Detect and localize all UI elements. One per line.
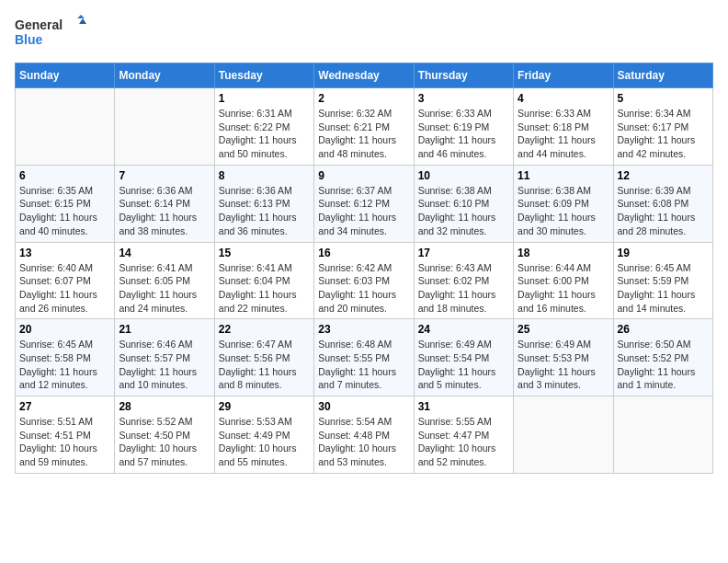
day-info: Sunrise: 6:36 AM Sunset: 6:13 PM Dayligh… <box>219 184 310 238</box>
day-number: 17 <box>418 247 509 259</box>
svg-marker-3 <box>79 18 86 24</box>
day-info: Sunrise: 6:37 AM Sunset: 6:12 PM Dayligh… <box>318 184 409 238</box>
day-number: 30 <box>318 400 409 413</box>
day-number: 5 <box>618 92 709 105</box>
day-info: Sunrise: 6:48 AM Sunset: 5:55 PM Dayligh… <box>318 338 409 392</box>
day-number: 4 <box>518 92 609 105</box>
day-number: 12 <box>618 169 709 182</box>
day-info: Sunrise: 6:41 AM Sunset: 6:04 PM Dayligh… <box>219 261 310 316</box>
day-info: Sunrise: 6:34 AM Sunset: 6:17 PM Dayligh… <box>618 107 709 161</box>
day-number: 3 <box>418 92 509 105</box>
calendar-cell: 15Sunrise: 6:41 AM Sunset: 6:04 PM Dayli… <box>214 242 313 319</box>
weekday-header-saturday: Saturday <box>613 63 712 88</box>
weekday-header-friday: Friday <box>514 63 613 88</box>
calendar-cell: 3Sunrise: 6:33 AM Sunset: 6:19 PM Daylig… <box>414 88 513 166</box>
day-info: Sunrise: 6:31 AM Sunset: 6:22 PM Dayligh… <box>219 107 310 161</box>
day-number: 24 <box>418 323 509 336</box>
calendar-cell: 22Sunrise: 6:47 AM Sunset: 5:56 PM Dayli… <box>214 319 313 396</box>
calendar-cell: 10Sunrise: 6:38 AM Sunset: 6:10 PM Dayli… <box>414 165 513 242</box>
day-info: Sunrise: 6:44 AM Sunset: 6:00 PM Dayligh… <box>518 261 609 316</box>
day-number: 13 <box>19 247 110 259</box>
day-info: Sunrise: 6:32 AM Sunset: 6:21 PM Dayligh… <box>318 107 409 161</box>
day-number: 21 <box>119 323 210 336</box>
day-number: 14 <box>119 247 210 259</box>
day-info: Sunrise: 6:36 AM Sunset: 6:14 PM Dayligh… <box>119 184 210 238</box>
calendar-cell: 4Sunrise: 6:33 AM Sunset: 6:18 PM Daylig… <box>514 88 613 166</box>
day-number: 11 <box>518 169 609 182</box>
svg-marker-2 <box>77 15 85 18</box>
calendar-cell: 19Sunrise: 6:45 AM Sunset: 5:59 PM Dayli… <box>613 242 712 319</box>
day-number: 10 <box>418 169 509 182</box>
day-number: 8 <box>219 169 310 182</box>
calendar-cell <box>514 396 613 474</box>
calendar-cell <box>16 88 115 166</box>
day-info: Sunrise: 6:39 AM Sunset: 6:08 PM Dayligh… <box>618 184 709 238</box>
calendar-cell: 27Sunrise: 5:51 AM Sunset: 4:51 PM Dayli… <box>16 396 115 474</box>
calendar-cell: 31Sunrise: 5:55 AM Sunset: 4:47 PM Dayli… <box>414 396 513 474</box>
calendar-cell: 23Sunrise: 6:48 AM Sunset: 5:55 PM Dayli… <box>314 319 414 396</box>
svg-text:General: General <box>15 17 63 32</box>
day-info: Sunrise: 6:40 AM Sunset: 6:07 PM Dayligh… <box>19 261 110 316</box>
calendar-cell: 12Sunrise: 6:39 AM Sunset: 6:08 PM Dayli… <box>613 165 712 242</box>
calendar-cell: 24Sunrise: 6:49 AM Sunset: 5:54 PM Dayli… <box>414 319 513 396</box>
calendar-cell: 21Sunrise: 6:46 AM Sunset: 5:57 PM Dayli… <box>115 319 214 396</box>
page-header: General Blue <box>15 15 713 52</box>
weekday-header-row: SundayMondayTuesdayWednesdayThursdayFrid… <box>16 63 713 88</box>
calendar-cell: 16Sunrise: 6:42 AM Sunset: 6:03 PM Dayli… <box>314 242 414 319</box>
day-number: 31 <box>418 400 509 413</box>
logo: General Blue <box>15 15 88 52</box>
day-number: 29 <box>219 400 310 413</box>
calendar-table: SundayMondayTuesdayWednesdayThursdayFrid… <box>15 63 713 474</box>
calendar-cell: 20Sunrise: 6:45 AM Sunset: 5:58 PM Dayli… <box>16 319 115 396</box>
day-info: Sunrise: 6:38 AM Sunset: 6:10 PM Dayligh… <box>418 184 509 238</box>
weekday-header-tuesday: Tuesday <box>214 63 313 88</box>
day-number: 9 <box>318 169 409 182</box>
calendar-cell: 5Sunrise: 6:34 AM Sunset: 6:17 PM Daylig… <box>613 88 712 166</box>
day-info: Sunrise: 6:33 AM Sunset: 6:19 PM Dayligh… <box>418 107 509 161</box>
calendar-cell: 25Sunrise: 6:49 AM Sunset: 5:53 PM Dayli… <box>514 319 613 396</box>
day-info: Sunrise: 6:35 AM Sunset: 6:15 PM Dayligh… <box>19 184 110 238</box>
day-number: 28 <box>119 400 210 413</box>
calendar-week-row: 13Sunrise: 6:40 AM Sunset: 6:07 PM Dayli… <box>16 242 713 319</box>
calendar-cell: 11Sunrise: 6:38 AM Sunset: 6:09 PM Dayli… <box>514 165 613 242</box>
calendar-cell: 13Sunrise: 6:40 AM Sunset: 6:07 PM Dayli… <box>16 242 115 319</box>
calendar-week-row: 1Sunrise: 6:31 AM Sunset: 6:22 PM Daylig… <box>16 88 713 166</box>
day-number: 23 <box>318 323 409 336</box>
day-info: Sunrise: 6:47 AM Sunset: 5:56 PM Dayligh… <box>219 338 310 392</box>
day-number: 20 <box>19 323 110 336</box>
day-info: Sunrise: 6:38 AM Sunset: 6:09 PM Dayligh… <box>518 184 609 238</box>
day-info: Sunrise: 5:54 AM Sunset: 4:48 PM Dayligh… <box>318 415 409 469</box>
calendar-week-row: 27Sunrise: 5:51 AM Sunset: 4:51 PM Dayli… <box>16 396 713 474</box>
day-number: 26 <box>618 323 709 336</box>
calendar-cell: 29Sunrise: 5:53 AM Sunset: 4:49 PM Dayli… <box>214 396 313 474</box>
calendar-cell: 7Sunrise: 6:36 AM Sunset: 6:14 PM Daylig… <box>115 165 214 242</box>
day-number: 19 <box>618 247 709 259</box>
day-number: 2 <box>318 92 409 105</box>
calendar-cell: 30Sunrise: 5:54 AM Sunset: 4:48 PM Dayli… <box>314 396 414 474</box>
day-info: Sunrise: 5:52 AM Sunset: 4:50 PM Dayligh… <box>119 415 210 469</box>
calendar-week-row: 6Sunrise: 6:35 AM Sunset: 6:15 PM Daylig… <box>16 165 713 242</box>
day-number: 16 <box>318 247 409 259</box>
svg-text:Blue: Blue <box>15 32 43 47</box>
day-number: 25 <box>518 323 609 336</box>
day-info: Sunrise: 6:45 AM Sunset: 5:59 PM Dayligh… <box>618 261 709 316</box>
day-number: 18 <box>518 247 609 259</box>
calendar-cell <box>115 88 214 166</box>
day-number: 22 <box>219 323 310 336</box>
calendar-cell: 1Sunrise: 6:31 AM Sunset: 6:22 PM Daylig… <box>214 88 313 166</box>
day-info: Sunrise: 6:49 AM Sunset: 5:53 PM Dayligh… <box>518 338 609 392</box>
day-info: Sunrise: 5:55 AM Sunset: 4:47 PM Dayligh… <box>418 415 509 469</box>
weekday-header-wednesday: Wednesday <box>314 63 414 88</box>
day-number: 15 <box>219 247 310 259</box>
calendar-cell: 26Sunrise: 6:50 AM Sunset: 5:52 PM Dayli… <box>613 319 712 396</box>
day-info: Sunrise: 6:50 AM Sunset: 5:52 PM Dayligh… <box>618 338 709 392</box>
weekday-header-thursday: Thursday <box>414 63 513 88</box>
day-number: 1 <box>219 92 310 105</box>
calendar-cell: 17Sunrise: 6:43 AM Sunset: 6:02 PM Dayli… <box>414 242 513 319</box>
day-number: 27 <box>19 400 110 413</box>
day-info: Sunrise: 6:46 AM Sunset: 5:57 PM Dayligh… <box>119 338 210 392</box>
day-info: Sunrise: 6:49 AM Sunset: 5:54 PM Dayligh… <box>418 338 509 392</box>
calendar-cell: 8Sunrise: 6:36 AM Sunset: 6:13 PM Daylig… <box>214 165 313 242</box>
day-info: Sunrise: 6:42 AM Sunset: 6:03 PM Dayligh… <box>318 261 409 316</box>
calendar-cell: 14Sunrise: 6:41 AM Sunset: 6:05 PM Dayli… <box>115 242 214 319</box>
